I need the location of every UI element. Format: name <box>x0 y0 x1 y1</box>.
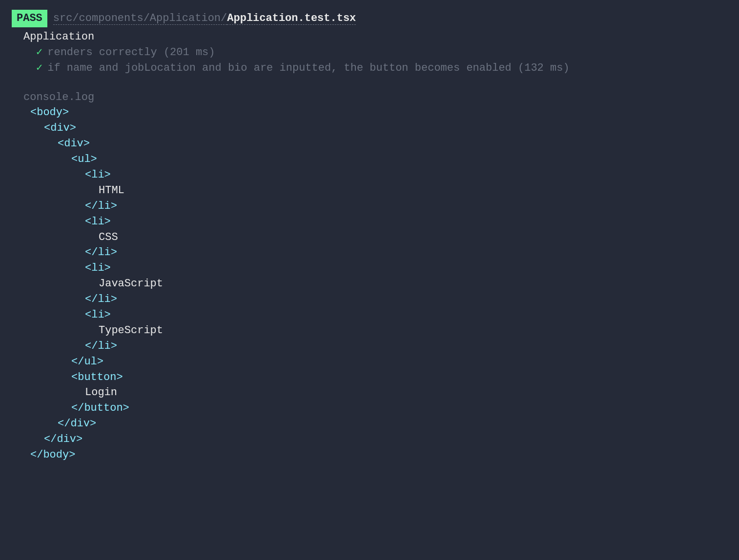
dom-output: <body> <div> <div> <ul> <li> HTML </li> … <box>30 105 727 462</box>
file-dir: src/components/Application/ <box>53 12 227 25</box>
test-label: renders correctly (201 ms) <box>47 46 215 59</box>
dom-tag: <div> <box>58 138 90 150</box>
dom-tag: </li> <box>85 246 117 259</box>
test-output-header: PASSsrc/components/Application/Applicati… <box>12 10 727 27</box>
dom-text: Login <box>85 386 117 399</box>
dom-text: CSS <box>99 231 118 243</box>
dom-tag: <li> <box>85 216 111 228</box>
dom-text: JavaScript <box>99 278 163 290</box>
file-name: Application.test.tsx <box>227 12 356 25</box>
dom-tag: </div> <box>44 433 82 445</box>
dom-tag: </div> <box>58 418 96 430</box>
test-label: if name and jobLocation and bio are inpu… <box>47 62 569 74</box>
dom-tag: <body> <box>30 106 69 119</box>
console-log-block: console.log <body> <div> <div> <ul> <li>… <box>23 90 727 463</box>
test-result-row: ✓renders correctly (201 ms) <box>36 45 727 60</box>
file-path: src/components/Application/Application.t… <box>53 12 356 25</box>
pass-badge: PASS <box>12 10 47 27</box>
dom-tag: </body> <box>30 449 75 461</box>
checkmark-icon: ✓ <box>36 62 42 74</box>
checkmark-icon: ✓ <box>36 46 42 59</box>
test-result-row: ✓if name and jobLocation and bio are inp… <box>36 60 727 76</box>
dom-tag: <div> <box>44 122 76 134</box>
dom-tag: </li> <box>85 340 117 352</box>
dom-tag: </li> <box>85 293 117 305</box>
console-log-label: console.log <box>23 90 727 105</box>
dom-tag: <li> <box>85 262 111 274</box>
dom-tag: <li> <box>85 309 111 321</box>
dom-text: HTML <box>99 184 124 197</box>
dom-tag: <li> <box>85 169 111 181</box>
dom-tag: </ul> <box>71 356 103 368</box>
dom-tag: <button> <box>71 371 123 383</box>
dom-tag: <ul> <box>71 153 97 165</box>
suite-name: Application <box>23 29 727 45</box>
dom-tag: </button> <box>71 402 129 414</box>
dom-text: TypeScript <box>99 324 163 337</box>
dom-tag: </li> <box>85 200 117 212</box>
